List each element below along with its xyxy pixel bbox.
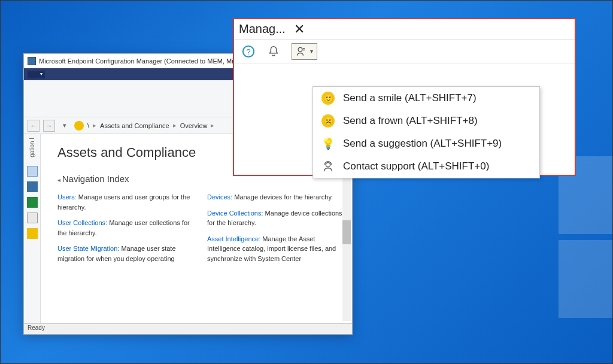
- svg-point-3: [326, 163, 330, 167]
- app-title: Microsoft Endpoint Configuration Manager…: [39, 57, 233, 65]
- breadcrumb-seg1[interactable]: Assets and Compliance: [100, 122, 169, 129]
- menu-contact-support[interactable]: Contact support (ALT+SHIFT+0): [313, 155, 539, 178]
- menu-send-suggestion[interactable]: 💡 Send a suggestion (ALT+SHIFT+9): [313, 132, 539, 155]
- file-menu-button[interactable]: [28, 71, 45, 78]
- link-user-collections[interactable]: User Collections:: [57, 219, 107, 226]
- nav-dropdown-button[interactable]: ▾: [59, 120, 71, 132]
- side-icon-admin[interactable]: [27, 228, 38, 239]
- feedback-dropdown-menu: 🙂 Send a smile (ALT+SHIFT+7) ☹️ Send a f…: [312, 86, 540, 178]
- link-devices[interactable]: Devices:: [207, 193, 232, 201]
- svg-point-2: [298, 47, 302, 51]
- bell-icon[interactable]: [266, 44, 281, 59]
- link-users[interactable]: Users:: [57, 193, 77, 201]
- help-icon[interactable]: ?: [241, 44, 256, 59]
- overlay-titlebar: Manag... ✕: [234, 19, 575, 40]
- svg-text:?: ?: [246, 47, 250, 56]
- nav-forward-button[interactable]: →: [43, 120, 55, 132]
- breadcrumb-root-icon: [74, 121, 84, 131]
- link-device-collections[interactable]: Device Collections:: [207, 210, 263, 217]
- breadcrumb-root[interactable]: \: [87, 122, 89, 129]
- link-user-state-migration[interactable]: User State Migration:: [57, 245, 119, 252]
- side-icon-overview[interactable]: [27, 166, 38, 177]
- link-asset-intelligence[interactable]: Asset Intelligence:: [207, 235, 260, 242]
- side-icon-assets[interactable]: [27, 181, 38, 192]
- overlay-title: Manag...: [239, 22, 286, 36]
- status-text: Ready: [28, 324, 45, 331]
- side-icon-monitoring[interactable]: [27, 213, 38, 223]
- side-tab-label: gation I: [29, 138, 35, 157]
- overlay-toolbar: ? ▾: [234, 40, 575, 63]
- breadcrumb-seg2[interactable]: Overview: [180, 122, 208, 129]
- close-icon[interactable]: ✕: [294, 22, 305, 37]
- feedback-overlay: Manag... ✕ ? ▾ 🙂 Send a smile (ALT+SHIFT…: [233, 18, 576, 176]
- lightbulb-icon: 💡: [321, 137, 335, 150]
- status-bar: Ready: [24, 323, 352, 334]
- smile-icon: 🙂: [321, 92, 335, 105]
- side-rail: gation I: [24, 134, 41, 323]
- side-icon-software[interactable]: [27, 197, 38, 208]
- app-icon: [28, 57, 36, 65]
- menu-send-smile[interactable]: 🙂 Send a smile (ALT+SHIFT+7): [313, 87, 539, 110]
- frown-icon: ☹️: [321, 114, 335, 128]
- feedback-dropdown-button[interactable]: ▾: [292, 43, 317, 60]
- headset-icon: [321, 160, 335, 173]
- nav-back-button[interactable]: ←: [28, 120, 40, 132]
- menu-send-frown[interactable]: ☹️ Send a frown (ALT+SHIFT+8): [313, 110, 539, 132]
